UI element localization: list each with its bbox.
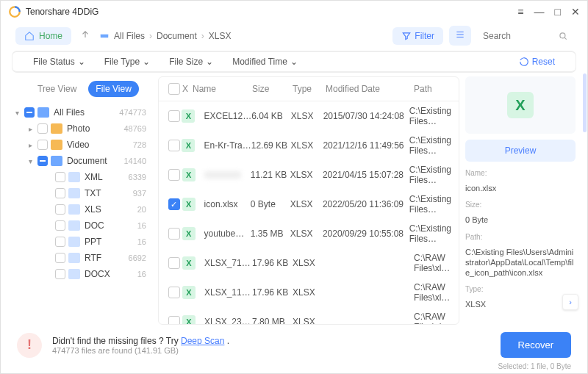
- xlsx-icon: X: [182, 315, 196, 324]
- col-date[interactable]: Modified Date: [326, 84, 414, 94]
- modified-time-filter[interactable]: Modified Time⌄: [232, 57, 298, 67]
- xlsx-icon: X: [507, 92, 534, 118]
- home-button[interactable]: Home: [15, 27, 71, 45]
- file-type-filter[interactable]: File Type⌄: [104, 57, 150, 67]
- file-type-icon: [68, 253, 80, 263]
- table-row[interactable]: XXLSX_712…17.96 KBXLSXC:\RAW Files\xl…: [159, 248, 459, 278]
- checkbox[interactable]: [55, 269, 65, 279]
- tree-video[interactable]: ▸ Video 728: [12, 137, 152, 153]
- breadcrumb-item[interactable]: Document: [157, 31, 197, 41]
- row-checkbox[interactable]: [168, 316, 180, 324]
- tree: ▾ All Files 474773 ▸ Photo 48769 ▸: [12, 104, 152, 325]
- row-checkbox[interactable]: [168, 169, 180, 181]
- xlsx-icon: X: [182, 286, 196, 299]
- file-type-icon: [68, 204, 80, 215]
- caret-down-icon: ▾: [26, 157, 35, 165]
- meta-name-value: icon.xlsx: [465, 183, 576, 193]
- col-path[interactable]: Path: [414, 84, 451, 94]
- table-row[interactable]: XEXCEL12…6.04 KBXLSX2015/07/30 14:24:08C…: [159, 101, 459, 131]
- tree-child-txt[interactable]: TXT937: [12, 185, 152, 201]
- table-header: XName Size Type Modified Date Path: [159, 77, 459, 101]
- file-type-icon: [68, 237, 80, 247]
- menu-icon[interactable]: ≡: [517, 6, 523, 18]
- file-table: XName Size Type Modified Date Path XEXCE…: [158, 76, 459, 325]
- tab-file-view[interactable]: File View: [88, 81, 138, 97]
- meta-size-label: Size:: [465, 201, 576, 209]
- main: Tree View File View ▾ All Files 474773 ▸…: [1, 76, 587, 325]
- reset-button[interactable]: Reset: [519, 57, 555, 67]
- row-checkbox[interactable]: [168, 110, 180, 122]
- app-window: Tenorshare 4DDiG ≡ — □ ✕ Home All Files …: [0, 0, 588, 374]
- row-checkbox[interactable]: [168, 287, 180, 298]
- col-size[interactable]: Size: [252, 84, 293, 94]
- checkbox[interactable]: [37, 123, 48, 134]
- checkbox[interactable]: [37, 140, 48, 150]
- xlsx-icon: X: [182, 84, 188, 94]
- tree-child-xls[interactable]: XLS20: [12, 201, 152, 217]
- meta-size-value: 0 Byte: [465, 215, 576, 225]
- close-icon[interactable]: ✕: [571, 6, 580, 18]
- breadcrumb-item[interactable]: XLSX: [209, 31, 232, 41]
- col-name[interactable]: Name: [193, 84, 216, 94]
- xlsx-icon: X: [182, 198, 196, 211]
- checkbox[interactable]: [55, 253, 65, 263]
- checkbox[interactable]: [55, 172, 65, 182]
- chevron-down-icon: ⌄: [206, 57, 213, 67]
- list-icon: [455, 29, 465, 40]
- search-wrap: [477, 26, 573, 46]
- tree-document[interactable]: ▾ Document 14140: [12, 153, 152, 169]
- tree-child-doc[interactable]: DOC16: [12, 217, 152, 234]
- checkbox[interactable]: [55, 204, 65, 215]
- svg-rect-1: [101, 34, 109, 37]
- table-body: XEXCEL12…6.04 KBXLSX2015/07/30 14:24:08C…: [159, 101, 459, 324]
- tree-all-files[interactable]: ▾ All Files 474773: [12, 104, 152, 121]
- app-title: Tenorshare 4DDiG: [26, 7, 517, 17]
- row-checkbox[interactable]: [168, 228, 180, 240]
- checkbox[interactable]: [37, 156, 48, 166]
- meta-path-label: Path:: [465, 233, 576, 241]
- row-checkbox[interactable]: [168, 140, 180, 151]
- filter-label: Filter: [415, 31, 434, 41]
- home-label: Home: [39, 31, 62, 41]
- table-row[interactable]: Xicon.xlsx0 ByteXLSX2022/05/20 11:36:09C…: [159, 190, 459, 219]
- tab-tree-view[interactable]: Tree View: [30, 81, 84, 97]
- table-row[interactable]: Xyoutube…1.35 MBXLSX2020/09/29 10:55:08C…: [159, 219, 459, 248]
- file-status-filter[interactable]: File Status⌄: [33, 57, 85, 67]
- table-row[interactable]: XEn-Kr-Tra…12.69 KBXLSX2021/12/16 11:49:…: [159, 131, 459, 160]
- file-type-icon: [68, 172, 80, 182]
- table-row[interactable]: XXLSX_113…17.96 KBXLSXC:\RAW Files\xl…: [159, 278, 459, 307]
- file-type-icon: [68, 188, 80, 198]
- breadcrumb: All Files › Document › XLSX: [99, 31, 387, 41]
- file-size-filter[interactable]: File Size⌄: [169, 57, 213, 67]
- filter-button[interactable]: Filter: [392, 27, 443, 45]
- list-view-toggle[interactable]: [449, 26, 471, 46]
- scan-summary: 474773 files are found (141.91 GB): [52, 346, 229, 355]
- table-row[interactable]: X11.21 KBXLSX2021/04/15 15:07:28C:\Exist…: [159, 160, 459, 190]
- checkbox[interactable]: [24, 107, 35, 118]
- row-checkbox[interactable]: [168, 257, 180, 269]
- tree-photo[interactable]: ▸ Photo 48769: [12, 121, 152, 137]
- scrollbar[interactable]: [583, 76, 587, 132]
- deep-scan-link[interactable]: Deep Scan: [181, 336, 224, 346]
- row-checkbox[interactable]: [168, 198, 180, 210]
- tree-child-xml[interactable]: XML6339: [12, 169, 152, 185]
- checkbox[interactable]: [55, 220, 65, 231]
- search-icon: [558, 31, 568, 41]
- breadcrumb-item[interactable]: All Files: [114, 31, 145, 41]
- chevron-down-icon: ⌄: [78, 57, 85, 67]
- checkbox[interactable]: [55, 188, 65, 198]
- col-type[interactable]: Type: [293, 84, 326, 94]
- recover-button[interactable]: Recover: [501, 332, 571, 358]
- caret-down-icon: ▾: [12, 109, 21, 117]
- table-row[interactable]: XXLSX_233…7.80 MBXLSXC:\RAW Files\xl…: [159, 307, 459, 324]
- next-button[interactable]: ›: [562, 294, 578, 310]
- minimize-icon[interactable]: —: [534, 6, 545, 18]
- select-all-checkbox[interactable]: [168, 83, 180, 95]
- preview-button[interactable]: Preview: [465, 140, 576, 162]
- tree-child-rtf[interactable]: RTF6692: [12, 250, 152, 266]
- tree-child-ppt[interactable]: PPT16: [12, 234, 152, 250]
- maximize-icon[interactable]: □: [555, 6, 561, 18]
- up-button[interactable]: [77, 26, 93, 45]
- tree-child-docx[interactable]: DOCX16: [12, 266, 152, 282]
- checkbox[interactable]: [55, 237, 65, 247]
